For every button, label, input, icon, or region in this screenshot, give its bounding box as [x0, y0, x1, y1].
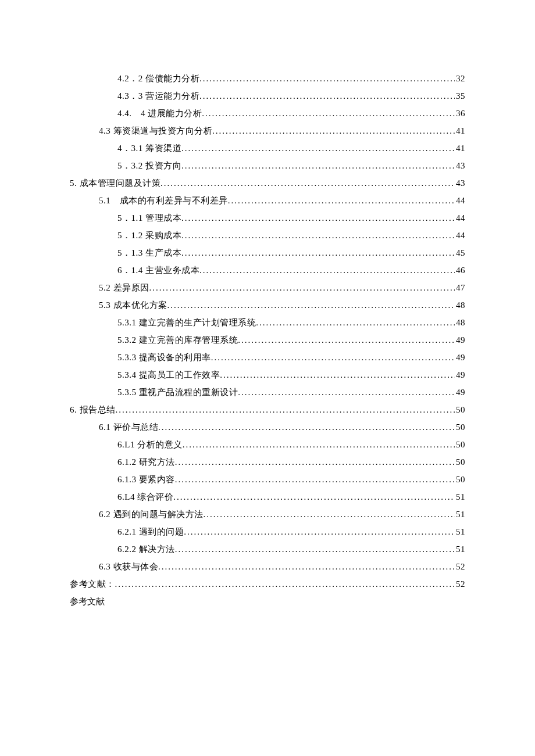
toc-page-number: 48: [455, 296, 465, 314]
toc-leader-dots: [175, 453, 455, 471]
toc-page-number: 50: [455, 436, 465, 453]
toc-leader-dots: [238, 331, 455, 349]
toc-page-number: 35: [455, 87, 465, 105]
toc-entry: 6.2 遇到的问题与解决方法51: [70, 506, 465, 523]
toc-page-number: 51: [455, 488, 465, 506]
toc-label: 4.3．3 营运能力分析: [117, 87, 199, 105]
toc-label: 5．3.2 投资方向: [117, 157, 181, 174]
toc-page-number: 43: [455, 157, 465, 174]
references-heading: 参考文献: [70, 593, 465, 610]
toc-leader-dots: [158, 418, 455, 436]
toc-label: 5.3.3 提高设备的利用率: [117, 349, 211, 366]
toc-label: 5．1.1 管理成本: [117, 209, 181, 227]
toc-leader-dots: [184, 523, 455, 540]
toc-leader-dots: [199, 87, 455, 105]
toc-leader-dots: [173, 488, 455, 506]
toc-entry: 5．1.3 生产成本45: [70, 244, 465, 261]
toc-entry: 5.3 成本优化方案48: [70, 296, 465, 314]
toc-page-number: 52: [455, 575, 465, 593]
toc-page-number: 44: [455, 227, 465, 244]
toc-label: 5.1 成本的有利差异与不利差异: [99, 192, 228, 209]
toc-label: 6.1.2 研究方法: [117, 453, 175, 471]
toc-leader-dots: [256, 314, 455, 331]
toc-leader-dots: [212, 122, 455, 139]
toc-page-number: 45: [455, 244, 465, 261]
toc-entry: 6.1.3 要紧内容50: [70, 471, 465, 488]
toc-entry: 5.3.1 建立完善的生产计划管理系统48: [70, 314, 465, 331]
toc-label: 4.4. 4 进展能力分析: [117, 105, 202, 122]
toc-leader-dots: [116, 401, 455, 418]
toc-entry: 5.2 差异原因47: [70, 279, 465, 296]
toc-page-number: 51: [455, 540, 465, 558]
toc-page-number: 32: [455, 70, 465, 87]
toc-leader-dots: [158, 558, 455, 575]
toc-label: 5．1.3 生产成本: [117, 244, 181, 261]
toc-entry: 6. 报告总结50: [70, 401, 465, 418]
toc-leader-dots: [199, 70, 455, 87]
toc-page-number: 52: [455, 558, 465, 575]
table-of-contents: 4.2．2 偿债能力分析324.3．3 营运能力分析354.4. 4 进展能力分…: [70, 70, 465, 593]
toc-page-number: 46: [455, 261, 465, 279]
toc-page-number: 49: [455, 384, 465, 401]
toc-leader-dots: [220, 366, 455, 384]
toc-label: 4.2．2 偿债能力分析: [117, 70, 199, 87]
toc-page-number: 41: [455, 139, 465, 157]
toc-leader-dots: [204, 506, 455, 523]
toc-page-number: 50: [455, 401, 465, 418]
toc-entry: 5.1 成本的有利差异与不利差异44: [70, 192, 465, 209]
toc-leader-dots: [181, 157, 455, 174]
toc-entry: 6．1.4 主营业务成本46: [70, 261, 465, 279]
toc-label: 6.3 收获与体会: [99, 558, 158, 575]
toc-page-number: 51: [455, 523, 465, 540]
toc-entry: 6.1.2 研究方法50: [70, 453, 465, 471]
toc-page-number: 50: [455, 471, 465, 488]
toc-entry: 6.L1 分析的意义50: [70, 436, 465, 453]
toc-leader-dots: [181, 209, 455, 227]
toc-page-number: 44: [455, 209, 465, 227]
toc-label: 6.L1 分析的意义: [117, 436, 183, 453]
toc-label: 6.2 遇到的问题与解决方法: [99, 506, 204, 523]
toc-label: 5.3 成本优化方案: [99, 296, 167, 314]
toc-label: 5.3.1 建立完善的生产计划管理系统: [117, 314, 256, 331]
toc-label: 6.2.1 遇到的问题: [117, 523, 184, 540]
toc-label: 6. 报告总结: [70, 401, 116, 418]
toc-label: 6.L4 综合评价: [117, 488, 173, 506]
toc-leader-dots: [211, 349, 455, 366]
toc-leader-dots: [238, 384, 455, 401]
toc-label: 5．1.2 采购成本: [117, 227, 181, 244]
toc-page-number: 41: [455, 122, 465, 139]
toc-page-number: 49: [455, 331, 465, 349]
toc-entry: 5.3.3 提高设备的利用率49: [70, 349, 465, 366]
toc-label: 5.3.5 重视产品流程的重新设计: [117, 384, 238, 401]
toc-leader-dots: [115, 575, 455, 593]
toc-entry: 6.3 收获与体会52: [70, 558, 465, 575]
toc-leader-dots: [175, 540, 455, 558]
toc-page-number: 47: [455, 279, 465, 296]
toc-entry: 4.3．3 营运能力分析35: [70, 87, 465, 105]
toc-entry: 5．1.1 管理成本44: [70, 209, 465, 227]
toc-page-number: 51: [455, 506, 465, 523]
toc-leader-dots: [181, 244, 455, 261]
toc-label: 6.2.2 解决方法: [117, 540, 175, 558]
toc-page-number: 36: [455, 105, 465, 122]
toc-entry: 5. 成本管理问题及计策43: [70, 174, 465, 192]
toc-entry: 5.3.4 提高员工的工作效率49: [70, 366, 465, 384]
toc-label: 5. 成本管理问题及计策: [70, 174, 160, 192]
toc-entry: 6.2.1 遇到的问题51: [70, 523, 465, 540]
toc-label: 6.1 评价与总结: [99, 418, 158, 436]
toc-entry: 5.3.5 重视产品流程的重新设计49: [70, 384, 465, 401]
toc-entry: 6.1 评价与总结50: [70, 418, 465, 436]
toc-leader-dots: [228, 192, 455, 209]
page: 4.2．2 偿债能力分析324.3．3 营运能力分析354.4. 4 进展能力分…: [0, 0, 535, 610]
toc-page-number: 50: [455, 453, 465, 471]
toc-entry: 4.2．2 偿债能力分析32: [70, 70, 465, 87]
toc-leader-dots: [149, 279, 455, 296]
toc-leader-dots: [167, 296, 455, 314]
toc-leader-dots: [183, 436, 455, 453]
toc-leader-dots: [175, 471, 455, 488]
toc-entry: 6.2.2 解决方法51: [70, 540, 465, 558]
toc-leader-dots: [181, 139, 455, 157]
toc-page-number: 44: [455, 192, 465, 209]
toc-entry: 4．3.1 筹资渠道41: [70, 139, 465, 157]
toc-label: 5.2 差异原因: [99, 279, 149, 296]
